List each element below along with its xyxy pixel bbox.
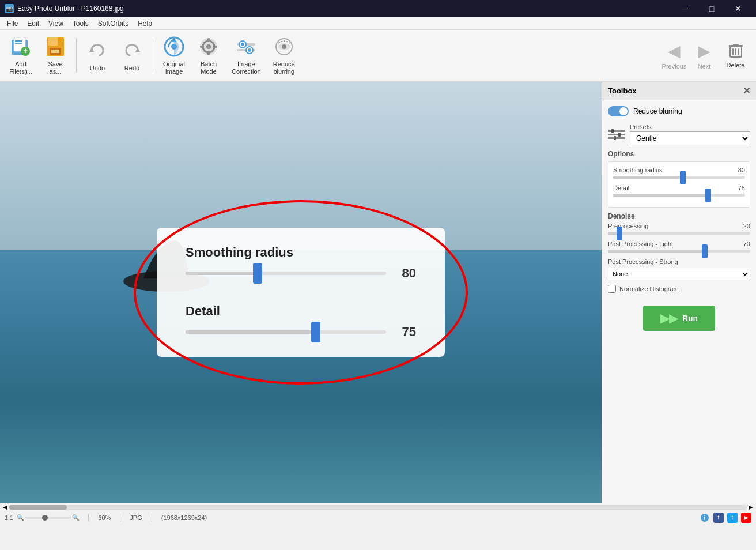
menu-view[interactable]: View	[44, 18, 68, 29]
info-icon[interactable]: i	[700, 513, 710, 523]
delete-icon	[727, 42, 744, 59]
undo-button[interactable]: Undo	[81, 36, 114, 75]
horizontal-scrollbar[interactable]: ◀ ▶	[0, 503, 756, 511]
presets-select[interactable]: Gentle Moderate Strong Custom	[630, 131, 750, 145]
save-as-button[interactable]: Saveas...	[39, 32, 71, 79]
menu-file[interactable]: File	[2, 18, 22, 29]
post-processing-light-track[interactable]	[608, 250, 750, 253]
previous-icon: ◀	[668, 42, 681, 61]
add-files-icon: +	[9, 35, 32, 58]
close-button[interactable]: ✕	[725, 0, 751, 17]
zoom-thumb[interactable]	[42, 515, 48, 521]
previous-button[interactable]: ◀ Previous	[660, 32, 689, 78]
preprocessing-slider-track[interactable]	[608, 232, 750, 235]
minimize-button[interactable]: ─	[672, 0, 698, 17]
scroll-thumb[interactable]	[9, 505, 67, 510]
batch-mode-icon	[197, 35, 220, 58]
batch-mode-button[interactable]: BatchMode	[192, 32, 225, 79]
smoothing-radius-slider-fill	[613, 176, 683, 179]
batch-mode-label: BatchMode	[201, 61, 217, 76]
next-button[interactable]: ▶ Next	[690, 32, 719, 78]
detail-slider-container[interactable]: 75	[186, 325, 416, 340]
smoothing-radius-slider-label-row: Smoothing radius 80	[613, 167, 745, 174]
add-files-label: AddFile(s)...	[9, 61, 32, 76]
image-area[interactable]: Smoothing radius 80 Detail	[0, 82, 602, 503]
svg-rect-7	[48, 37, 58, 46]
normalize-histogram-checkbox[interactable]	[608, 285, 616, 293]
detail-overlay-value: 75	[393, 325, 416, 340]
detail-slider-thumb[interactable]	[705, 189, 711, 202]
menu-bar: File Edit View Tools SoftOrbits Help	[0, 17, 756, 30]
toolbox-panel: Toolbox ✕ Reduce blurring	[602, 82, 756, 503]
svg-rect-41	[608, 137, 625, 139]
detail-slider-track[interactable]	[613, 194, 745, 197]
run-button[interactable]: ▶▶ Run	[643, 306, 715, 331]
detail-slider-label-row: Detail 75	[613, 184, 745, 191]
social-icons: i f t ▶	[700, 513, 751, 523]
svg-rect-21	[213, 46, 217, 48]
preprocessing-slider-row: Preprocessing 20	[608, 223, 750, 235]
post-processing-strong-select[interactable]: None Light Medium Strong	[608, 268, 750, 280]
zoom-out-icon[interactable]: 🔍	[17, 514, 24, 521]
smoothing-radius-track[interactable]	[186, 272, 386, 275]
svg-rect-40	[608, 134, 625, 135]
svg-text:i: i	[704, 515, 706, 521]
twitter-icon[interactable]: t	[727, 513, 738, 523]
run-label: Run	[682, 314, 698, 323]
zoom-slider[interactable]	[25, 517, 71, 519]
original-image-icon	[162, 35, 186, 58]
post-processing-light-fill	[608, 250, 705, 253]
zoom-ratio: 1:1	[5, 514, 13, 521]
preprocessing-slider-thumb[interactable]	[617, 227, 622, 240]
smoothing-radius-slider-thumb[interactable]	[680, 171, 686, 184]
svg-rect-2	[15, 40, 22, 42]
toolbox-header: Toolbox ✕	[602, 82, 756, 100]
detail-track[interactable]	[186, 330, 386, 334]
post-processing-strong-label: Post Processing - Strong	[608, 258, 750, 265]
youtube-icon[interactable]: ▶	[741, 513, 751, 523]
reduce-blurring-button[interactable]: Reduceblurring	[268, 32, 300, 79]
presets-row: Presets Gentle Moderate Strong Custom	[608, 123, 750, 145]
redo-icon	[120, 39, 143, 62]
menu-tools[interactable]: Tools	[68, 18, 93, 29]
toolbox-close-button[interactable]: ✕	[743, 85, 750, 96]
status-divider-1	[88, 514, 89, 522]
image-correction-button[interactable]: ImageCorrection	[227, 32, 266, 79]
maximize-button[interactable]: □	[698, 0, 725, 17]
svg-point-30	[282, 44, 286, 49]
scroll-left-button[interactable]: ◀	[1, 504, 9, 510]
add-files-button[interactable]: + AddFile(s)...	[5, 32, 37, 79]
detail-slider-fill	[613, 194, 708, 197]
redo-button[interactable]: Redo	[116, 36, 148, 75]
smoothing-radius-slider-row: Smoothing radius 80	[613, 167, 745, 179]
smoothing-radius-slider-track[interactable]	[613, 176, 745, 179]
zoom-in-icon[interactable]: 🔍	[72, 514, 79, 521]
presets-dropdown-container: Presets Gentle Moderate Strong Custom	[630, 123, 750, 145]
menu-help[interactable]: Help	[133, 18, 157, 29]
smoothing-radius-slider-container[interactable]: 80	[186, 266, 416, 281]
window-title: Easy Photo Unblur - P1160168.jpg	[17, 5, 124, 13]
status-bar: 1:1 🔍 🔍 60% JPG (1968x1269x24) i f t ▶	[0, 511, 756, 523]
normalize-histogram-label: Normalize Histogram	[619, 285, 679, 292]
menu-softorbits[interactable]: SoftOrbits	[93, 18, 133, 29]
svg-rect-9	[51, 50, 59, 53]
preprocessing-label: Preprocessing	[608, 223, 648, 229]
redo-label: Redo	[124, 65, 139, 71]
smoothing-radius-thumb[interactable]	[253, 263, 262, 284]
preprocessing-value: 20	[743, 223, 750, 229]
reduce-blurring-toggle[interactable]	[608, 106, 629, 116]
menu-edit[interactable]: Edit	[22, 18, 44, 29]
toolbox-title: Toolbox	[608, 86, 637, 95]
separator-1	[76, 38, 77, 73]
facebook-icon[interactable]: f	[713, 513, 724, 523]
detail-slider-row: Detail 75	[613, 184, 745, 197]
detail-thumb[interactable]	[311, 322, 320, 342]
main-content: Smoothing radius 80 Detail	[0, 82, 756, 503]
scroll-right-button[interactable]: ▶	[747, 504, 755, 510]
post-processing-strong-row: Post Processing - Strong None Light Medi…	[608, 258, 750, 280]
scroll-track[interactable]	[9, 505, 747, 510]
delete-button[interactable]: Delete	[720, 32, 751, 78]
image-overlay: Smoothing radius 80 Detail	[0, 82, 602, 503]
original-image-button[interactable]: OriginalImage	[158, 32, 190, 79]
post-processing-light-thumb[interactable]	[702, 244, 708, 258]
